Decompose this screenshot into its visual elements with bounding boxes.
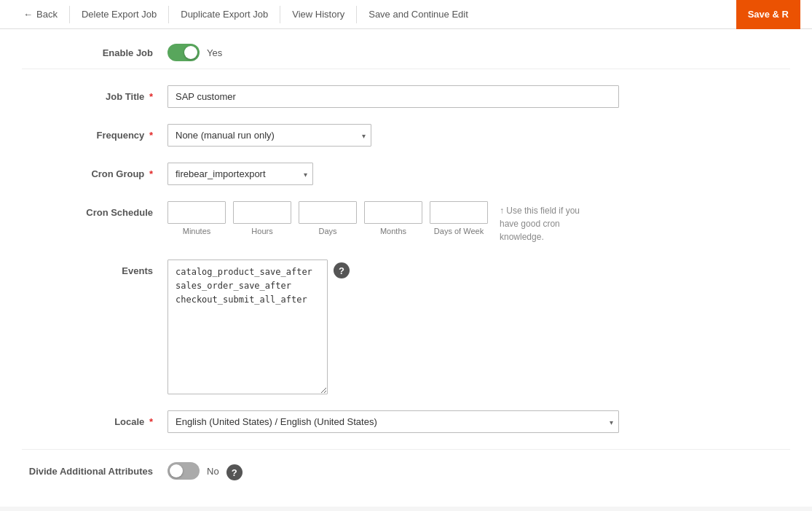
cron-schedule-control: Minutes Hours Days Months bbox=[167, 201, 619, 243]
cron-group-select[interactable]: firebear_importexport default index cata… bbox=[167, 163, 313, 185]
frequency-row: Frequency * None (manual run only) Every… bbox=[22, 124, 790, 147]
toolbar: ← Back Delete Export Job Duplicate Expor… bbox=[0, 0, 812, 29]
events-wrap: catalog_product_save_after sales_order_s… bbox=[167, 260, 619, 394]
job-title-row: Job Title * bbox=[22, 85, 790, 108]
cron-hint: ↑ Use this field if you have good cron k… bbox=[500, 201, 587, 243]
job-title-input[interactable] bbox=[167, 85, 619, 108]
frequency-label: Frequency * bbox=[22, 124, 167, 141]
toggle-slider bbox=[167, 44, 200, 61]
enable-job-value: Yes bbox=[207, 47, 222, 58]
cron-minutes-wrap: Minutes bbox=[167, 201, 226, 235]
events-control: catalog_product_save_after sales_order_s… bbox=[167, 260, 619, 394]
frequency-required: * bbox=[149, 130, 153, 141]
locale-control: English (United States) / English (Unite… bbox=[167, 410, 619, 433]
divide-attributes-value: No bbox=[207, 466, 219, 477]
cron-group-row: Cron Group * firebear_importexport defau… bbox=[22, 163, 790, 185]
cron-hours-input[interactable] bbox=[233, 201, 291, 224]
cron-days-of-week-input[interactable] bbox=[430, 201, 488, 224]
cron-days-wrap: Days bbox=[299, 201, 357, 235]
form-container: Enable Job Yes Job Title * Frequency * N bbox=[0, 29, 812, 507]
cron-minutes-input[interactable] bbox=[167, 201, 226, 224]
cron-group-label: Cron Group * bbox=[22, 163, 167, 179]
events-row: Events catalog_product_save_after sales_… bbox=[22, 260, 790, 394]
enable-job-row: Enable Job Yes bbox=[22, 44, 790, 69]
save-continue-edit-button[interactable]: Save and Continue Edit bbox=[357, 0, 480, 29]
cron-minutes-label: Minutes bbox=[183, 227, 211, 235]
enable-job-toggle[interactable] bbox=[167, 44, 200, 61]
divide-attributes-controls: No ? bbox=[167, 461, 243, 480]
cron-schedule-label: Cron Schedule bbox=[22, 201, 167, 218]
save-run-label: Save & R bbox=[748, 9, 789, 20]
locale-select[interactable]: English (United States) / English (Unite… bbox=[167, 410, 619, 433]
enable-job-control: Yes bbox=[167, 44, 222, 61]
job-title-label: Job Title * bbox=[22, 85, 167, 102]
enable-job-label: Enable Job bbox=[22, 47, 167, 58]
cron-days-label: Days bbox=[318, 227, 336, 235]
view-history-button[interactable]: View History bbox=[280, 0, 356, 29]
cron-hours-label: Hours bbox=[251, 227, 272, 235]
duplicate-label: Duplicate Export Job bbox=[181, 9, 268, 20]
locale-select-wrap: English (United States) / English (Unite… bbox=[167, 410, 619, 433]
duplicate-export-job-button[interactable]: Duplicate Export Job bbox=[169, 0, 280, 29]
divide-attributes-toggle[interactable] bbox=[167, 462, 200, 480]
frequency-control: None (manual run only) Every Minute Ever… bbox=[167, 124, 619, 147]
cron-months-label: Months bbox=[380, 227, 406, 235]
cron-hours-wrap: Hours bbox=[233, 201, 291, 235]
delete-export-job-button[interactable]: Delete Export Job bbox=[70, 0, 168, 29]
cron-group-required: * bbox=[149, 168, 153, 179]
cron-group-select-wrap: firebear_importexport default index cata… bbox=[167, 163, 313, 185]
delete-label: Delete Export Job bbox=[82, 9, 157, 20]
locale-required: * bbox=[149, 416, 153, 427]
events-label: Events bbox=[22, 260, 167, 276]
divide-toggle-slider bbox=[167, 462, 200, 480]
cron-group-control: firebear_importexport default index cata… bbox=[167, 163, 619, 185]
cron-schedule-row: Cron Schedule Minutes Hours Days bbox=[22, 201, 790, 243]
cron-fields: Minutes Hours Days Months bbox=[167, 201, 488, 235]
locale-row: Locale * English (United States) / Engli… bbox=[22, 410, 790, 433]
cron-months-input[interactable] bbox=[364, 201, 422, 224]
events-textarea[interactable]: catalog_product_save_after sales_order_s… bbox=[167, 260, 328, 394]
job-title-required: * bbox=[149, 91, 153, 102]
frequency-select-wrap: None (manual run only) Every Minute Ever… bbox=[167, 124, 371, 147]
events-help-icon[interactable]: ? bbox=[334, 262, 350, 278]
cron-days-input[interactable] bbox=[299, 201, 357, 224]
cron-days-of-week-wrap: Days of Week bbox=[430, 201, 488, 235]
save-continue-label: Save and Continue Edit bbox=[368, 9, 468, 20]
cron-days-of-week-label: Days of Week bbox=[434, 227, 484, 235]
divide-attributes-row: Divide Additional Attributes No ? bbox=[22, 449, 790, 492]
locale-label: Locale * bbox=[22, 410, 167, 427]
back-label: Back bbox=[36, 9, 58, 20]
view-history-label: View History bbox=[292, 9, 344, 20]
back-button[interactable]: ← Back bbox=[12, 0, 69, 29]
cron-fields-inner: Minutes Hours Days Months bbox=[167, 201, 619, 243]
save-run-button[interactable]: Save & R bbox=[736, 0, 800, 29]
divide-attributes-label: Divide Additional Attributes bbox=[22, 466, 167, 477]
back-arrow-icon: ← bbox=[23, 9, 33, 20]
frequency-select[interactable]: None (manual run only) Every Minute Ever… bbox=[167, 124, 371, 147]
job-title-control bbox=[167, 85, 619, 108]
cron-months-wrap: Months bbox=[364, 201, 422, 235]
divide-attributes-help-icon[interactable]: ? bbox=[226, 464, 243, 480]
